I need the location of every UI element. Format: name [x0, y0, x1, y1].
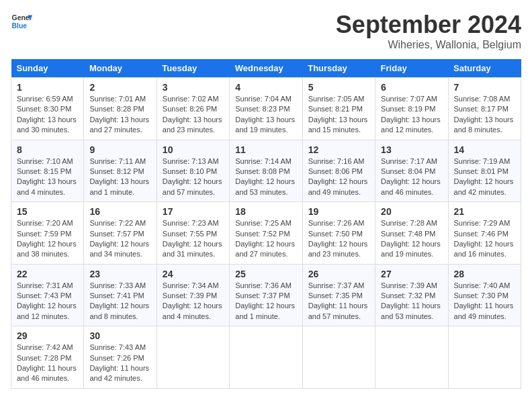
day-number: 14: [454, 144, 515, 155]
header-tuesday: Tuesday: [157, 59, 229, 78]
day-info: Sunrise: 7:07 AM Sunset: 8:19 PM Dayligh…: [381, 94, 442, 136]
table-cell: 19Sunrise: 7:26 AM Sunset: 7:50 PM Dayli…: [302, 202, 375, 265]
table-cell: 14Sunrise: 7:19 AM Sunset: 8:01 PM Dayli…: [448, 140, 521, 202]
table-cell: 13Sunrise: 7:17 AM Sunset: 8:04 PM Dayli…: [375, 140, 448, 202]
day-info: Sunrise: 7:28 AM Sunset: 7:48 PM Dayligh…: [381, 218, 442, 260]
day-number: 1: [17, 82, 78, 93]
table-cell: [375, 326, 448, 389]
day-info: Sunrise: 7:13 AM Sunset: 8:10 PM Dayligh…: [163, 156, 224, 198]
header-friday: Friday: [375, 59, 448, 78]
day-info: Sunrise: 7:43 AM Sunset: 7:26 PM Dayligh…: [89, 342, 150, 384]
day-number: 5: [308, 82, 369, 93]
day-number: 12: [308, 144, 369, 155]
day-number: 8: [17, 144, 78, 155]
day-info: Sunrise: 7:20 AM Sunset: 7:59 PM Dayligh…: [17, 218, 78, 260]
day-number: 29: [17, 330, 78, 341]
day-info: Sunrise: 7:10 AM Sunset: 8:15 PM Dayligh…: [17, 156, 78, 198]
header-saturday: Saturday: [448, 59, 521, 78]
day-info: Sunrise: 7:42 AM Sunset: 7:28 PM Dayligh…: [17, 342, 78, 384]
table-cell: 29Sunrise: 7:42 AM Sunset: 7:28 PM Dayli…: [11, 326, 84, 389]
day-info: Sunrise: 7:26 AM Sunset: 7:50 PM Dayligh…: [308, 218, 369, 260]
table-cell: 22Sunrise: 7:31 AM Sunset: 7:43 PM Dayli…: [11, 264, 84, 326]
day-info: Sunrise: 6:59 AM Sunset: 8:30 PM Dayligh…: [17, 94, 78, 136]
day-number: 24: [163, 269, 224, 279]
days-header-row: Sunday Monday Tuesday Wednesday Thursday…: [11, 59, 521, 78]
table-cell: 18Sunrise: 7:25 AM Sunset: 7:52 PM Dayli…: [230, 202, 302, 265]
day-info: Sunrise: 7:08 AM Sunset: 8:17 PM Dayligh…: [454, 94, 515, 136]
day-info: Sunrise: 7:14 AM Sunset: 8:08 PM Dayligh…: [235, 156, 296, 198]
week-row-5: 29Sunrise: 7:42 AM Sunset: 7:28 PM Dayli…: [11, 326, 521, 389]
day-info: Sunrise: 7:29 AM Sunset: 7:46 PM Dayligh…: [454, 218, 515, 260]
table-cell: 15Sunrise: 7:20 AM Sunset: 7:59 PM Dayli…: [11, 202, 84, 265]
header-sunday: Sunday: [11, 59, 84, 78]
table-cell: 6Sunrise: 7:07 AM Sunset: 8:19 PM Daylig…: [375, 78, 448, 140]
day-number: 9: [89, 144, 150, 155]
day-info: Sunrise: 7:31 AM Sunset: 7:43 PM Dayligh…: [17, 281, 78, 322]
day-number: 4: [235, 82, 296, 93]
day-info: Sunrise: 7:34 AM Sunset: 7:39 PM Dayligh…: [163, 281, 224, 322]
table-cell: 16Sunrise: 7:22 AM Sunset: 7:57 PM Dayli…: [84, 202, 157, 265]
table-cell: 12Sunrise: 7:16 AM Sunset: 8:06 PM Dayli…: [302, 140, 375, 202]
day-number: 21: [454, 206, 515, 217]
table-cell: [448, 326, 521, 389]
day-number: 19: [308, 206, 369, 217]
day-number: 15: [17, 206, 78, 217]
month-title: September 2024: [336, 11, 521, 39]
table-cell: 26Sunrise: 7:37 AM Sunset: 7:35 PM Dayli…: [302, 264, 375, 326]
week-row-1: 1Sunrise: 6:59 AM Sunset: 8:30 PM Daylig…: [11, 78, 521, 140]
day-number: 30: [89, 330, 150, 341]
day-number: 13: [381, 144, 442, 155]
day-info: Sunrise: 7:23 AM Sunset: 7:55 PM Dayligh…: [163, 218, 224, 260]
table-cell: 23Sunrise: 7:33 AM Sunset: 7:41 PM Dayli…: [84, 264, 157, 326]
week-row-3: 15Sunrise: 7:20 AM Sunset: 7:59 PM Dayli…: [11, 202, 521, 265]
table-cell: 10Sunrise: 7:13 AM Sunset: 8:10 PM Dayli…: [157, 140, 229, 202]
logo: General Blue: [11, 11, 32, 32]
week-row-2: 8Sunrise: 7:10 AM Sunset: 8:15 PM Daylig…: [11, 140, 521, 202]
day-number: 20: [381, 206, 442, 217]
table-cell: 25Sunrise: 7:36 AM Sunset: 7:37 PM Dayli…: [230, 264, 302, 326]
day-info: Sunrise: 7:40 AM Sunset: 7:30 PM Dayligh…: [454, 281, 515, 322]
day-number: 22: [17, 269, 78, 279]
header-wednesday: Wednesday: [230, 59, 302, 78]
location-title: Wiheries, Wallonia, Belgium: [336, 39, 521, 51]
table-cell: 2Sunrise: 7:01 AM Sunset: 8:28 PM Daylig…: [84, 78, 157, 140]
table-cell: 27Sunrise: 7:39 AM Sunset: 7:32 PM Dayli…: [375, 264, 448, 326]
day-number: 18: [235, 206, 296, 217]
table-cell: 30Sunrise: 7:43 AM Sunset: 7:26 PM Dayli…: [84, 326, 157, 389]
day-info: Sunrise: 7:19 AM Sunset: 8:01 PM Dayligh…: [454, 156, 515, 198]
day-number: 11: [235, 144, 296, 155]
day-info: Sunrise: 7:04 AM Sunset: 8:23 PM Dayligh…: [235, 94, 296, 136]
day-number: 26: [308, 269, 369, 279]
day-info: Sunrise: 7:39 AM Sunset: 7:32 PM Dayligh…: [381, 281, 442, 322]
day-number: 16: [89, 206, 150, 217]
day-number: 25: [235, 269, 296, 279]
day-number: 10: [163, 144, 224, 155]
table-cell: 1Sunrise: 6:59 AM Sunset: 8:30 PM Daylig…: [11, 78, 84, 140]
table-cell: 21Sunrise: 7:29 AM Sunset: 7:46 PM Dayli…: [448, 202, 521, 265]
day-info: Sunrise: 7:17 AM Sunset: 8:04 PM Dayligh…: [381, 156, 442, 198]
table-cell: 5Sunrise: 7:05 AM Sunset: 8:21 PM Daylig…: [302, 78, 375, 140]
day-info: Sunrise: 7:02 AM Sunset: 8:26 PM Dayligh…: [163, 94, 224, 136]
table-cell: 20Sunrise: 7:28 AM Sunset: 7:48 PM Dayli…: [375, 202, 448, 265]
table-cell: 17Sunrise: 7:23 AM Sunset: 7:55 PM Dayli…: [157, 202, 229, 265]
day-number: 27: [381, 269, 442, 279]
title-area: September 2024 Wiheries, Wallonia, Belgi…: [336, 11, 521, 51]
day-info: Sunrise: 7:37 AM Sunset: 7:35 PM Dayligh…: [308, 281, 369, 322]
header-thursday: Thursday: [302, 59, 375, 78]
table-cell: 9Sunrise: 7:11 AM Sunset: 8:12 PM Daylig…: [84, 140, 157, 202]
table-cell: 8Sunrise: 7:10 AM Sunset: 8:15 PM Daylig…: [11, 140, 84, 202]
table-cell: 28Sunrise: 7:40 AM Sunset: 7:30 PM Dayli…: [448, 264, 521, 326]
day-info: Sunrise: 7:25 AM Sunset: 7:52 PM Dayligh…: [235, 218, 296, 260]
table-cell: [302, 326, 375, 389]
table-cell: 24Sunrise: 7:34 AM Sunset: 7:39 PM Dayli…: [157, 264, 229, 326]
day-number: 23: [89, 269, 150, 279]
day-info: Sunrise: 7:01 AM Sunset: 8:28 PM Dayligh…: [89, 94, 150, 136]
table-cell: [230, 326, 302, 389]
day-info: Sunrise: 7:05 AM Sunset: 8:21 PM Dayligh…: [308, 94, 369, 136]
table-cell: 11Sunrise: 7:14 AM Sunset: 8:08 PM Dayli…: [230, 140, 302, 202]
day-number: 17: [163, 206, 224, 217]
logo-icon: General Blue: [11, 11, 32, 32]
table-cell: 3Sunrise: 7:02 AM Sunset: 8:26 PM Daylig…: [157, 78, 229, 140]
day-info: Sunrise: 7:33 AM Sunset: 7:41 PM Dayligh…: [89, 281, 150, 322]
table-cell: 7Sunrise: 7:08 AM Sunset: 8:17 PM Daylig…: [448, 78, 521, 140]
